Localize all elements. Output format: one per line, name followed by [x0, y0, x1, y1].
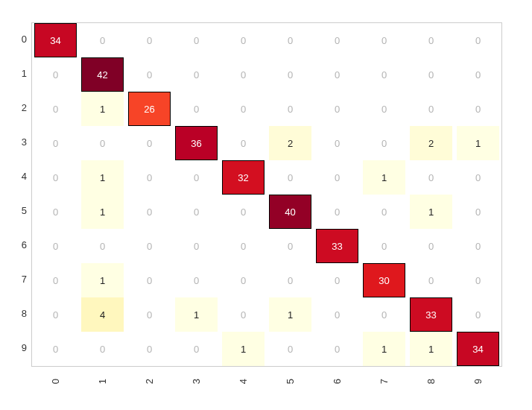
heatmap-cell: 0: [34, 195, 77, 229]
heatmap-cell: 0: [457, 160, 499, 195]
heatmap-cell: 33: [410, 297, 452, 332]
heatmap-cell: 0: [363, 126, 405, 160]
y-tick-label: 4: [4, 171, 27, 182]
heatmap-cell: 0: [128, 297, 171, 332]
heatmap-cell: 1: [222, 332, 265, 366]
heatmap-cell: 0: [269, 332, 311, 366]
heatmap-cell: 0: [222, 229, 265, 263]
x-tick-label: 6: [331, 370, 342, 393]
heatmap-cell: 0: [128, 229, 171, 263]
heatmap-cell: 0: [457, 297, 499, 332]
heatmap-cell: 0: [128, 263, 171, 297]
heatmap-cell: 0: [128, 332, 171, 366]
heatmap-cell: 2: [410, 126, 452, 160]
heatmap-cell: 0: [222, 126, 265, 160]
heatmap-cell: 1: [175, 297, 218, 332]
x-tick-label: 8: [425, 370, 436, 393]
heatmap-cell: 0: [222, 92, 265, 126]
heatmap-cell: 0: [269, 229, 311, 263]
heatmap-cell: 34: [457, 332, 499, 366]
y-tick-label: 9: [4, 342, 27, 353]
heatmap-cell: 0: [316, 92, 358, 126]
heatmap-cell: 0: [363, 92, 405, 126]
heatmap-cell: 1: [81, 92, 124, 126]
heatmap-cell: 0: [34, 126, 77, 160]
heatmap-cell: 33: [316, 229, 358, 263]
heatmap-cell: 0: [34, 229, 77, 263]
heatmap-cell: 0: [316, 263, 358, 297]
heatmap-cell: 0: [363, 23, 405, 57]
heatmap-cell: 36: [175, 126, 218, 160]
y-tick-label: 8: [4, 308, 27, 319]
heatmap-cell: 0: [363, 297, 405, 332]
y-tick-label: 1: [4, 68, 27, 79]
heatmap-cell: 0: [410, 23, 452, 57]
heatmap-cell: 0: [410, 57, 452, 92]
heatmap-cell: 0: [457, 263, 499, 297]
y-tick-label: 0: [4, 34, 27, 45]
heatmap-cell: 0: [34, 332, 77, 366]
heatmap-cell: 0: [81, 332, 124, 366]
heatmap-cell: 0: [410, 263, 452, 297]
x-tick-label: 7: [378, 370, 389, 393]
heatmap-cell: 0: [175, 23, 218, 57]
x-tick-label: 2: [143, 370, 154, 393]
heatmap-cell: 0: [269, 263, 311, 297]
heatmap-cell: 0: [175, 332, 218, 366]
y-tick-label: 6: [4, 239, 27, 250]
heatmap-cell: 0: [175, 229, 218, 263]
heatmap-cell: 0: [222, 263, 265, 297]
plot-area: 3400000000004200000000012600000000003602…: [31, 22, 502, 367]
heatmap-cell: 40: [269, 195, 311, 229]
heatmap-cell: 0: [34, 263, 77, 297]
x-tick-label: 5: [284, 370, 295, 393]
x-tick-label: 4: [237, 370, 248, 393]
x-tick-label: 3: [190, 370, 201, 393]
heatmap-cell: 0: [34, 297, 77, 332]
heatmap-cell: 0: [81, 23, 124, 57]
heatmap-cell: 0: [269, 92, 311, 126]
heatmap-cell: 0: [81, 126, 124, 160]
heatmap-cell: 0: [316, 297, 358, 332]
heatmap-cell: 0: [457, 92, 499, 126]
x-tick-label: 1: [96, 370, 107, 393]
heatmap-cell: 0: [316, 195, 358, 229]
y-tick-label: 7: [4, 274, 27, 285]
heatmap-cell: 1: [81, 160, 124, 195]
heatmap-cell: 0: [81, 229, 124, 263]
heatmap-cell: 0: [316, 160, 358, 195]
heatmap-cell: 0: [269, 23, 311, 57]
heatmap-cell: 1: [269, 297, 311, 332]
heatmap-cell: 0: [128, 126, 171, 160]
heatmap-cell: 32: [222, 160, 265, 195]
heatmap-cell: 0: [128, 57, 171, 92]
heatmap-chart: 3400000000004200000000012600000000003602…: [0, 0, 532, 410]
heatmap-cell: 0: [410, 160, 452, 195]
heatmap-cell: 0: [316, 57, 358, 92]
heatmap-cell: 0: [34, 92, 77, 126]
heatmap-cell: 0: [34, 57, 77, 92]
heatmap-cell: 0: [128, 195, 171, 229]
heatmap-cell: 1: [363, 332, 405, 366]
heatmap-cell: 1: [410, 332, 452, 366]
heatmap-cell: 0: [457, 57, 499, 92]
heatmap-cell: 0: [363, 57, 405, 92]
y-tick-label: 2: [4, 102, 27, 113]
heatmap-cell: 1: [81, 263, 124, 297]
heatmap-cell: 2: [269, 126, 311, 160]
heatmap-cell: 0: [222, 297, 265, 332]
y-tick-label: 5: [4, 205, 27, 216]
heatmap-cell: 0: [316, 23, 358, 57]
heatmap-cell: 1: [410, 195, 452, 229]
heatmap-cell: 0: [175, 263, 218, 297]
heatmap-cell: 0: [363, 195, 405, 229]
heatmap-cell: 34: [34, 23, 77, 57]
heatmap-cell: 0: [222, 195, 265, 229]
heatmap-cell: 1: [81, 195, 124, 229]
heatmap-cell: 0: [269, 160, 311, 195]
heatmap-cell: 0: [175, 160, 218, 195]
heatmap-cell: 0: [316, 332, 358, 366]
heatmap-cell: 0: [457, 195, 499, 229]
x-tick-label: 0: [49, 370, 60, 393]
y-tick-label: 3: [4, 136, 27, 148]
